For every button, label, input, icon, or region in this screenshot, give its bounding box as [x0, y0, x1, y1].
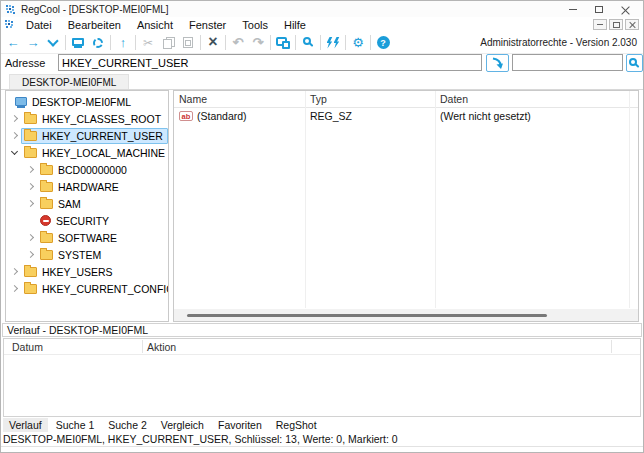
tab-favoriten[interactable]: Favoriten	[212, 418, 268, 432]
tree-item-bcd00000000[interactable]: BCD00000000	[6, 161, 168, 178]
chevron-right-icon[interactable]	[8, 265, 21, 278]
help-icon: ?	[377, 36, 390, 49]
column-header-name[interactable]: Name	[174, 93, 305, 105]
close-button[interactable]	[612, 2, 638, 17]
history-dropdown-button[interactable]	[43, 34, 63, 52]
reg-sz-icon: ab	[179, 111, 193, 121]
tab-suche2[interactable]: Suche 2	[102, 418, 153, 432]
undo-icon: ↶	[233, 36, 244, 49]
cut-button[interactable]: ✂	[138, 34, 158, 52]
quick-search-button[interactable]	[626, 54, 643, 72]
column-header-typ[interactable]: Typ	[305, 93, 435, 105]
tree-item-security[interactable]: SECURITY	[6, 212, 168, 229]
column-header-datum[interactable]: Datum	[4, 341, 142, 353]
undo-button[interactable]: ↶	[228, 34, 248, 52]
scrollbar-thumb[interactable]	[187, 314, 547, 317]
toolbar: ← → ↑ ✂ × ↶ ↷ ⚙ ? Administratorrechte - …	[1, 32, 643, 54]
folder-icon	[40, 250, 53, 260]
find-button[interactable]	[298, 34, 318, 52]
tab-verlauf[interactable]: Verlauf	[3, 418, 48, 432]
arrow-right-icon: →	[27, 36, 40, 49]
paste-button[interactable]	[178, 34, 198, 52]
folder-icon	[24, 131, 37, 141]
tab-suche1[interactable]: Suche 1	[50, 418, 101, 432]
tree-item-hkey-classes-root[interactable]: HKEY_CLASSES_ROOT	[6, 110, 168, 127]
new-window-button[interactable]	[273, 34, 293, 52]
goto-arrow-icon	[491, 57, 504, 70]
horizontal-scrollbar[interactable]	[174, 309, 638, 321]
menu-tools[interactable]: Tools	[234, 19, 276, 31]
column-separator[interactable]	[435, 91, 436, 308]
mdi-window-controls	[593, 19, 639, 30]
history-table-header: Datum Aktion	[4, 339, 640, 355]
tree-item-hkey-local-machine[interactable]: HKEY_LOCAL_MACHINE	[6, 144, 168, 161]
toolbar-separator	[320, 35, 321, 50]
folder-icon	[40, 165, 53, 175]
chevron-right-icon[interactable]	[8, 112, 21, 125]
copy-icon	[163, 37, 174, 49]
back-button[interactable]: ←	[3, 34, 23, 52]
chevron-down-icon[interactable]	[8, 146, 21, 159]
menu-hilfe[interactable]: Hilfe	[276, 19, 314, 31]
column-separator[interactable]	[305, 91, 306, 308]
forward-button[interactable]: →	[23, 34, 43, 52]
tab-vergleich[interactable]: Vergleich	[155, 418, 210, 432]
chevron-right-icon[interactable]	[24, 231, 37, 244]
column-separator[interactable]	[629, 91, 630, 308]
tree-item-label: SOFTWARE	[58, 232, 117, 244]
chevron-right-icon[interactable]	[24, 163, 37, 176]
tree-item-desktop-mei0fml[interactable]: DESKTOP-MEI0FML	[6, 93, 168, 110]
mdi-close-button[interactable]	[625, 19, 639, 30]
folder-icon	[24, 148, 37, 158]
tree-item-hkey-users[interactable]: HKEY_USERS	[6, 263, 168, 280]
maximize-button[interactable]	[586, 2, 612, 17]
menu-datei[interactable]: Datei	[18, 19, 60, 31]
bottom-tab-bar: Verlauf Suche 1 Suche 2 Vergleich Favori…	[3, 418, 641, 432]
redo-button[interactable]: ↷	[248, 34, 268, 52]
chevron-right-icon[interactable]	[24, 180, 37, 193]
delete-button[interactable]: ×	[203, 34, 223, 52]
help-button[interactable]: ?	[373, 34, 393, 52]
refresh-button[interactable]	[323, 34, 343, 52]
tree-item-hkey-current-config[interactable]: HKEY_CURRENT_CONFIG	[6, 280, 168, 297]
tree-item-hardware[interactable]: HARDWARE	[6, 178, 168, 195]
toolbar-separator	[135, 35, 136, 50]
tab-desktop-mei0fml[interactable]: DESKTOP-MEI0FML	[9, 74, 129, 89]
mdi-restore-button[interactable]	[609, 19, 623, 30]
tree-item-software[interactable]: SOFTWARE	[6, 229, 168, 246]
column-separator[interactable]	[611, 340, 612, 353]
lightning-icon	[327, 37, 340, 49]
chevron-right-icon[interactable]	[8, 129, 21, 142]
column-header-daten[interactable]: Daten	[435, 93, 629, 105]
tree-item-label: HKEY_CURRENT_USER	[42, 130, 163, 142]
tree-item-system[interactable]: SYSTEM	[6, 246, 168, 263]
redo-icon: ↷	[253, 36, 264, 49]
reload-hives-button[interactable]	[88, 34, 108, 52]
arrow-left-icon: ←	[7, 36, 20, 49]
minimize-button[interactable]	[560, 2, 586, 17]
menu-fenster[interactable]: Fenster	[181, 19, 234, 31]
settings-button[interactable]: ⚙	[348, 34, 368, 52]
column-header-aktion[interactable]: Aktion	[142, 341, 176, 353]
quick-search-input[interactable]	[512, 54, 623, 71]
chevron-right-icon[interactable]	[24, 197, 37, 210]
mdi-minimize-button[interactable]	[593, 19, 607, 30]
remote-computer-button[interactable]	[68, 34, 88, 52]
up-button[interactable]: ↑	[113, 34, 133, 52]
goto-button[interactable]	[486, 54, 509, 72]
column-separator[interactable]	[142, 340, 143, 353]
chevron-right-icon[interactable]	[24, 248, 37, 261]
menu-ansicht[interactable]: Ansicht	[129, 19, 181, 31]
tree-item-label: HARDWARE	[58, 181, 119, 193]
history-panel-title: Verlauf - DESKTOP-MEI0FML	[2, 323, 642, 337]
value-row-standard[interactable]: ab(Standard) REG_SZ (Wert nicht gesetzt)	[174, 108, 638, 124]
copy-button[interactable]	[158, 34, 178, 52]
address-input[interactable]	[58, 54, 482, 71]
computer-icon	[15, 97, 27, 106]
tree-item-hkey-current-user[interactable]: HKEY_CURRENT_USER	[6, 127, 168, 144]
tab-regshot[interactable]: RegShot	[270, 418, 323, 432]
menu-bearbeiten[interactable]: Bearbeiten	[60, 19, 129, 31]
chevron-right-icon[interactable]	[8, 282, 21, 295]
tree-item-sam[interactable]: SAM	[6, 195, 168, 212]
chevron-icon[interactable]	[24, 214, 37, 227]
